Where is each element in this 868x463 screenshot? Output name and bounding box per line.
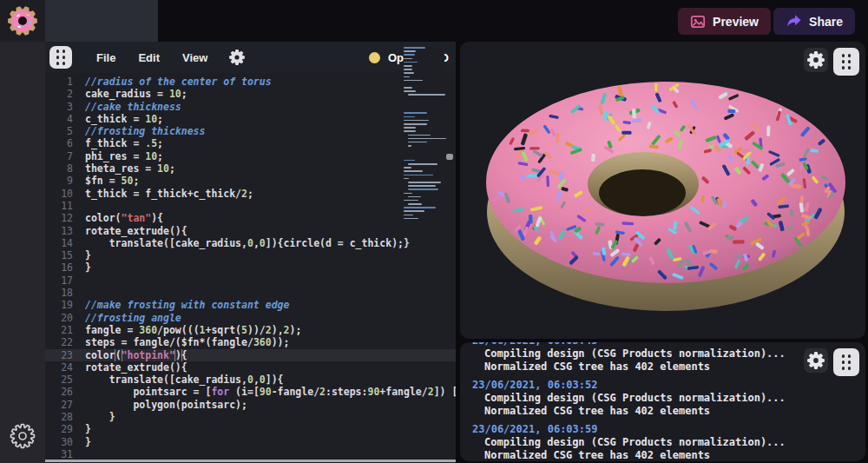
code-line[interactable]: 10t_thick = f_thick+c_thick/2; [45,188,456,200]
line-number: 7 [45,150,85,162]
code-line[interactable]: 18 [45,287,456,299]
line-number: 4 [45,113,85,125]
line-text: rotate_extrude(){ [85,225,456,237]
code-line[interactable]: 8theta_res = 10; [45,162,456,175]
code-line[interactable]: 29} [45,423,456,435]
editor-drag-handle[interactable] [49,46,72,69]
line-number: 12 [45,212,85,224]
code-line[interactable]: 22steps = fangle/($fn*(fangle/360)); [45,336,456,348]
minimap[interactable] [404,47,444,222]
vertical-scrollbar-thumb[interactable] [446,154,453,160]
image-icon [690,14,706,30]
line-number: 28 [45,411,85,423]
line-text [85,200,456,212]
code-line[interactable]: 30} [45,436,456,448]
line-number: 15 [45,249,85,261]
line-number: 6 [45,137,85,149]
code-line[interactable]: 23color("hotpink"){ [45,349,456,361]
line-text: } [85,411,456,423]
code-line[interactable]: 26 pointsarc = [for (i=[90-fangle/2:step… [45,386,456,398]
grid-handle-icon [56,50,66,65]
line-number: 31 [45,448,85,460]
line-number: 13 [45,225,85,237]
code-line[interactable]: 20//frosting angle [45,312,456,324]
line-number: 5 [45,125,85,137]
code-line[interactable]: 21fangle = 360/pow(((1+sqrt(5))/2),2); [45,324,456,336]
code-area[interactable]: 1//radius of the center of torus2cake_ra… [45,73,456,460]
code-line[interactable]: 6f_thick = .5; [45,137,456,149]
code-line[interactable]: 28 } [45,411,456,423]
line-text: translate([cake_radius,0,0]){circle(d = … [85,237,456,249]
code-line[interactable]: 2cake_radius = 10; [45,88,456,100]
line-number: 25 [45,374,85,386]
line-number: 30 [45,436,85,448]
code-line[interactable]: 13rotate_extrude(){ [45,225,456,237]
code-line[interactable]: 7phi_res = 10; [45,150,456,162]
file-tab[interactable] [45,0,158,42]
line-text [85,448,456,460]
line-text: } [85,423,456,435]
line-number: 22 [45,336,85,348]
viewport-settings-button[interactable] [804,48,828,72]
line-text: t_thick = f_thick+c_thick/2; [85,188,456,200]
line-text [85,274,456,287]
line-number: 19 [45,299,85,311]
line-number: 1 [45,76,85,88]
code-line[interactable]: 12color("tan"){ [45,212,456,224]
code-line[interactable]: 19//make frosting with constant edge [45,299,456,311]
line-text: //radius of the center of torus [85,76,456,88]
menu-item-view[interactable]: View [182,51,207,64]
menu-item-edit[interactable]: Edit [138,51,160,64]
settings-button[interactable] [8,421,37,454]
console-settings-button[interactable] [804,348,828,373]
grid-handle-icon [842,354,852,370]
console-entry: 23/06/2021, 06:03:59Compiling design (CS… [472,423,865,461]
code-line[interactable]: 1//radius of the center of torus [45,76,456,88]
viewport-drag-handle[interactable] [833,48,859,76]
preview-button[interactable]: Preview [678,8,771,35]
editor-settings-button[interactable] [228,49,246,66]
code-line[interactable]: 5//frosting thickness [45,125,456,137]
line-text: cake_radius = 10; [85,88,456,100]
line-number: 24 [45,361,85,374]
line-text: } [85,436,456,448]
line-number: 10 [45,188,85,200]
code-line[interactable]: 27 polygon(pointsarc); [45,399,456,411]
code-line[interactable]: 4c_thick = 10; [45,113,456,125]
line-number: 26 [45,386,85,398]
app-logo[interactable] [0,0,45,42]
3d-viewport-panel[interactable] [460,42,865,339]
vertical-scrollbar[interactable] [446,42,453,456]
line-number: 9 [45,175,85,187]
console-message: Normalized CSG tree has 402 elements [472,405,865,418]
share-button[interactable]: Share [773,8,855,35]
code-line[interactable]: 9$fn = 50; [45,175,456,187]
line-text: translate([cake_radius,0,0]){ [85,374,456,386]
horizontal-scrollbar[interactable] [45,460,456,462]
console-drag-handle[interactable] [833,348,859,376]
code-line[interactable]: 31 [45,448,456,460]
code-line[interactable]: 3//cake thickness [45,101,456,113]
left-sidebar [0,42,45,463]
console-entry: 23/06/2021, 06:03:52Compiling design (CS… [472,379,865,418]
menu-item-file[interactable]: File [96,51,115,64]
code-line[interactable]: 11 [45,200,456,212]
code-line[interactable]: 17 [45,274,456,287]
console-panel[interactable]: 23/06/2021, 06:03:45Compiling design (CS… [460,342,865,461]
code-line[interactable]: 25 translate([cake_radius,0,0]){ [45,374,456,386]
code-line[interactable]: 24rotate_extrude(){ [45,361,456,374]
gear-outline-icon [8,421,37,451]
console-message: Compiling design (CSG Products normaliza… [472,436,865,449]
editor-menu: FileEditView [96,51,207,64]
donut-gear-logo-icon [6,4,39,37]
line-text [85,287,456,299]
console-timestamp: 23/06/2021, 06:03:52 [472,379,865,392]
code-line[interactable]: 14 translate([cake_radius,0,0]){circle(d… [45,237,456,249]
code-line[interactable]: 15} [45,249,456,261]
line-text: rotate_extrude(){ [85,361,456,374]
console-message: Normalized CSG tree has 402 elements [472,449,865,461]
code-editor-panel: FileEditView OpenSCAD 1//radius of the c… [45,42,456,463]
code-line[interactable]: 16} [45,261,456,274]
line-text: } [85,261,456,274]
editor-menubar: FileEditView OpenSCAD [45,42,456,73]
